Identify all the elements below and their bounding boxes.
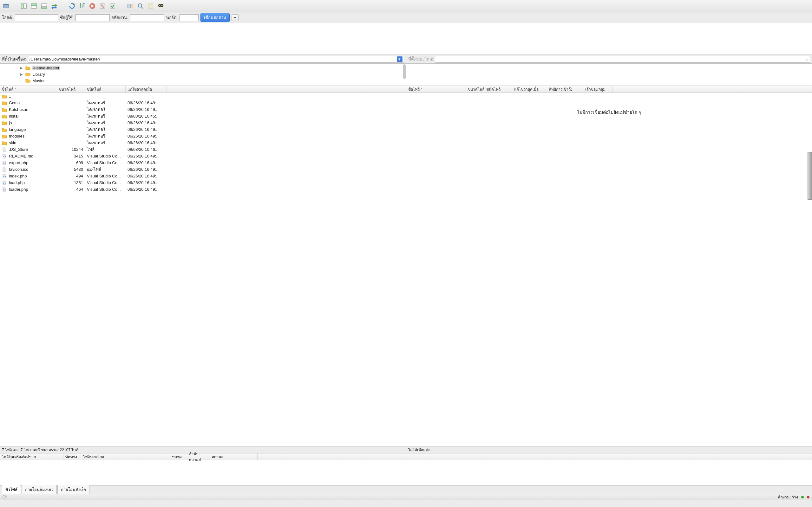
col-permissions[interactable]: สิทธิการเข้าถึง <box>547 86 583 93</box>
file-name: language <box>9 127 26 132</box>
password-input[interactable] <box>130 14 164 21</box>
file-icon <box>2 147 7 152</box>
port-input[interactable] <box>180 14 199 21</box>
tree-item[interactable]: ▶Library <box>0 71 406 77</box>
file-name: Kotchasan <box>9 107 28 112</box>
file-type: ไดเรกทอรี <box>85 133 125 139</box>
col-modified[interactable]: แก้ไขล่าสุดเมื่อ <box>512 86 547 93</box>
folder-icon <box>2 101 7 105</box>
file-modified: 06/26/20 16:49:... <box>125 180 167 185</box>
queue-list[interactable] <box>0 460 812 486</box>
file-row[interactable]: .DS_Store10244ไฟล์08/08/20 10:46:... <box>0 146 406 153</box>
file-type: ไดเรกทอรี <box>85 113 125 119</box>
col-modified[interactable]: แก้ไขล่าสุดเมื่อ <box>125 86 167 93</box>
code-icon <box>2 187 7 192</box>
process-queue-button[interactable] <box>78 2 86 10</box>
sync-browse-button[interactable] <box>50 2 58 10</box>
compare-button[interactable] <box>126 2 135 10</box>
svg-rect-2 <box>21 4 23 9</box>
file-row[interactable]: jsไดเรกทอรี06/26/20 16:49:... <box>0 119 406 126</box>
local-tree[interactable]: ▶eleave-master▶LibraryMovies <box>0 64 406 86</box>
quick-connect-bar: โฮสต์: ชื่อผู้ใช้: รหัสผ่าน: พอร์ต: เชื่… <box>0 12 812 23</box>
file-row[interactable]: index.php494Visual Studio Co...06/26/20 … <box>0 173 406 179</box>
tree-item-label: Movies <box>32 78 45 83</box>
qcol-status[interactable]: สถานะ <box>210 453 258 460</box>
col-filename[interactable]: ชื่อไฟล์˄ <box>406 86 466 93</box>
filter-button[interactable] <box>147 2 155 10</box>
sort-asc-icon: ˄ <box>421 88 422 91</box>
file-type: ico-ไฟล์ <box>85 166 125 173</box>
file-type: ไดเรกทอรี <box>85 106 125 113</box>
svg-rect-6 <box>42 4 47 7</box>
port-label: พอร์ต: <box>166 14 177 21</box>
folder-icon <box>2 141 7 145</box>
col-filesize[interactable]: ขนาดไฟล์ <box>57 86 85 93</box>
username-input[interactable] <box>75 14 110 21</box>
file-type: Visual Studio Co... <box>85 174 125 178</box>
svg-rect-5 <box>32 6 37 8</box>
file-row[interactable]: loader.php464Visual Studio Co...06/26/20… <box>0 186 406 193</box>
file-name: install <box>9 114 19 118</box>
qcol-file[interactable]: ไฟล์ในเครื่อง/แม่ข่าย <box>0 453 63 460</box>
local-path-select[interactable]: /Users/mac/Downloads/eleave-master/ ▾ <box>28 56 404 63</box>
file-type: ไฟล์ <box>85 146 125 153</box>
remote-path-select[interactable]: ⌄ <box>435 56 810 63</box>
cancel-button[interactable] <box>88 2 96 10</box>
quickconnect-history-button[interactable] <box>232 14 239 21</box>
reconnect-button[interactable] <box>108 2 117 10</box>
file-type: ไดเรกทอรี <box>85 139 125 146</box>
file-row[interactable]: languageไดเรกทอรี06/26/20 16:49:... <box>0 126 406 133</box>
quickconnect-button[interactable]: เชื่อมต่อด่วน <box>200 13 230 22</box>
qcol-size[interactable]: ขนาด <box>170 453 187 460</box>
col-filetype[interactable]: ชนิดไฟล์ <box>484 86 512 93</box>
col-filename[interactable]: ชื่อไฟล์˄ <box>0 86 57 93</box>
file-row[interactable]: Kotchasanไดเรกทอรี06/26/20 16:49:... <box>0 106 406 113</box>
host-input[interactable] <box>15 14 58 21</box>
col-filesize[interactable]: ขนาดไฟล์ <box>466 86 484 93</box>
col-filetype[interactable]: ชนิดไฟล์ <box>85 86 125 93</box>
file-modified: 06/26/20 16:49:... <box>125 154 167 158</box>
col-owner[interactable]: เจ้าของ/กลุ่ม <box>583 86 612 93</box>
tree-item[interactable]: ▶eleave-master <box>0 65 406 71</box>
queue-tab[interactable]: ถ่ายโอนล้มเหลว <box>21 485 57 494</box>
disconnect-button[interactable] <box>98 2 107 10</box>
help-icon[interactable]: ? <box>3 495 7 499</box>
file-row[interactable]: modulesไดเรกทอรี06/26/20 16:49:... <box>0 133 406 139</box>
refresh-button[interactable] <box>68 2 76 10</box>
file-row[interactable]: README.md3415Visual Studio Co...06/26/20… <box>0 153 406 159</box>
remote-status: ไม่ได้เชื่อมต่อ <box>406 446 812 453</box>
qcol-remote[interactable]: ไฟล์ระยะไกล <box>81 453 170 460</box>
queue-tab[interactable]: คิวไฟล์ <box>2 485 21 494</box>
message-log[interactable] <box>0 23 812 55</box>
site-manager-button[interactable] <box>2 2 10 10</box>
remote-file-list[interactable]: ไม่มีการเชื่อมต่อไปยังแม่ข่ายใด ๆ <box>406 93 812 446</box>
qcol-prio[interactable]: ลำดับความสํ <box>187 453 210 460</box>
file-row[interactable]: skinไดเรกทอรี06/26/20 16:49:... <box>0 139 406 146</box>
scrollbar[interactable] <box>403 64 406 79</box>
folder-icon <box>2 134 7 138</box>
queue-tab[interactable]: ถ่ายโอนสำเร็จ <box>57 485 90 494</box>
file-row[interactable]: export.php699Visual Studio Co...06/26/20… <box>0 159 406 166</box>
disclosure-triangle-icon[interactable]: ▶ <box>20 72 23 76</box>
file-size: 10244 <box>57 147 85 152</box>
remote-tree[interactable] <box>406 64 812 86</box>
disclosure-triangle-icon[interactable]: ▶ <box>20 66 23 70</box>
toggle-log-button[interactable] <box>30 2 38 10</box>
file-size: 1361 <box>57 180 85 185</box>
file-type: Visual Studio Co... <box>85 187 125 192</box>
toggle-tree-button[interactable] <box>20 2 28 10</box>
file-row[interactable]: load.php1361Visual Studio Co...06/26/20 … <box>0 179 406 186</box>
file-row[interactable]: .. <box>0 93 406 100</box>
code-icon <box>2 161 7 165</box>
file-modified: 06/26/20 16:49:... <box>125 140 167 145</box>
file-row[interactable]: Gcmsไดเรกทอรี06/26/20 16:49:... <box>0 100 406 106</box>
file-row[interactable]: favicon.ico5430ico-ไฟล์06/26/20 16:49:..… <box>0 166 406 173</box>
toggle-queue-button[interactable] <box>40 2 48 10</box>
file-row[interactable]: installไดเรกทอรี08/08/20 10:45:... <box>0 113 406 119</box>
local-file-list[interactable]: ..Gcmsไดเรกทอรี06/26/20 16:49:...Kotchas… <box>0 93 406 446</box>
svg-point-19 <box>159 5 160 6</box>
find-button[interactable] <box>157 2 165 10</box>
tree-item[interactable]: Movies <box>0 77 406 83</box>
search-button[interactable] <box>136 2 145 10</box>
qcol-dir[interactable]: ทิศทาง <box>63 453 81 460</box>
